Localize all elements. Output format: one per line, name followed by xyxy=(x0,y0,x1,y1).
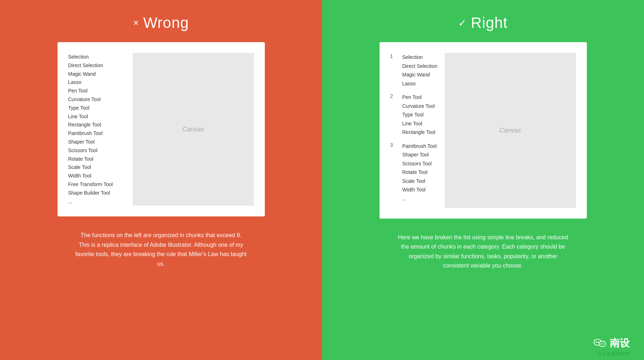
group-items: Pen ToolCurvature ToolType ToolLine Tool… xyxy=(402,93,435,137)
wrong-symbol: × xyxy=(133,17,139,29)
right-group: 1SelectionDirect SelectionMagic WandLass… xyxy=(390,53,437,88)
group-item: Selection xyxy=(402,53,437,62)
group-item: Direct Selection xyxy=(402,62,437,71)
wrong-list-item: Line Tool xyxy=(68,112,125,121)
wrong-list-item: Shaper Tool xyxy=(68,138,125,146)
wrong-list-item: ... xyxy=(68,198,125,206)
right-group: 3Paintbrush ToolShaper ToolScissors Tool… xyxy=(390,142,437,203)
wechat-badge: 南设 xyxy=(593,336,630,350)
group-item: Rectangle Tool xyxy=(402,128,435,137)
wrong-list-item: Scale Tool xyxy=(68,163,125,172)
group-number: 1 xyxy=(390,53,396,88)
group-item: Paintbrush Tool xyxy=(402,142,437,151)
group-items: Paintbrush ToolShaper ToolScissors ToolR… xyxy=(402,142,437,203)
wrong-list-item: Paintbrush Tool xyxy=(68,129,125,138)
wrong-list-item: Curvature Tool xyxy=(68,95,125,104)
right-canvas: Canvas xyxy=(445,53,576,208)
wrong-list-item: Type Tool xyxy=(68,104,125,112)
group-item: Curvature Tool xyxy=(402,102,435,111)
wrong-title: Wrong xyxy=(143,14,189,31)
group-item: Scissors Tool xyxy=(402,159,437,168)
svg-point-5 xyxy=(603,343,604,344)
wrong-canvas-label: Canvas xyxy=(182,126,204,133)
wrong-list-item: Scissors Tool xyxy=(68,146,125,155)
right-groups-list: 1SelectionDirect SelectionMagic WandLass… xyxy=(390,53,437,208)
group-item: Line Tool xyxy=(402,119,435,128)
group-items: SelectionDirect SelectionMagic WandLasso xyxy=(402,53,437,88)
wechat-name: 南设 xyxy=(610,336,630,350)
right-title: Right xyxy=(471,14,507,31)
wrong-card: SelectionDirect SelectionMagic WandLasso… xyxy=(58,42,265,216)
svg-point-4 xyxy=(600,343,601,344)
wrong-list-item: Rotate Tool xyxy=(68,155,125,164)
wrong-list-item: Shape Builder Tool xyxy=(68,189,125,198)
group-item: Width Tool xyxy=(402,185,437,194)
group-item: Magic Wand xyxy=(402,70,437,79)
wechat-icon xyxy=(593,336,607,350)
wechat-sub: 马上收藏导师啊 xyxy=(597,351,630,357)
group-item: Lasso xyxy=(402,79,437,88)
group-number: 3 xyxy=(390,142,396,203)
svg-point-2 xyxy=(598,341,599,343)
wrong-list-item: Magic Wand xyxy=(68,70,125,79)
svg-point-1 xyxy=(596,341,597,343)
right-group: 2Pen ToolCurvature ToolType ToolLine Too… xyxy=(390,93,437,137)
wrong-list-item: Direct Selection xyxy=(68,61,125,70)
wrong-canvas: Canvas xyxy=(133,53,254,206)
wrong-panel: × Wrong SelectionDirect SelectionMagic W… xyxy=(0,0,322,360)
right-description: Here we have broken the list using simpl… xyxy=(397,233,569,271)
right-panel: ✓ Right 1SelectionDirect SelectionMagic … xyxy=(322,0,644,360)
right-symbol: ✓ xyxy=(458,17,466,29)
wrong-list-item: Pen Tool xyxy=(68,87,125,95)
right-header: ✓ Right xyxy=(458,14,507,31)
svg-point-3 xyxy=(599,341,606,346)
right-card: 1SelectionDirect SelectionMagic WandLass… xyxy=(380,42,587,219)
wrong-header: × Wrong xyxy=(133,14,189,31)
right-canvas-label: Canvas xyxy=(499,127,521,134)
wrong-list-item: Free Transform Tool xyxy=(68,180,125,189)
group-item: Shaper Tool xyxy=(402,150,437,159)
wrong-description: The functions on the left are organized … xyxy=(75,231,247,269)
group-item: ... xyxy=(402,194,437,203)
group-item: Scale Tool xyxy=(402,177,437,186)
group-item: Type Tool xyxy=(402,110,435,119)
wrong-list: SelectionDirect SelectionMagic WandLasso… xyxy=(68,53,125,206)
wrong-list-item: Lasso xyxy=(68,78,125,87)
wrong-list-item: Selection xyxy=(68,53,125,61)
wrong-list-item: Rectangle Tool xyxy=(68,121,125,129)
group-item: Pen Tool xyxy=(402,93,435,102)
wrong-list-item: Width Tool xyxy=(68,172,125,180)
group-number: 2 xyxy=(390,93,396,137)
group-item: Rotate Tool xyxy=(402,168,437,177)
